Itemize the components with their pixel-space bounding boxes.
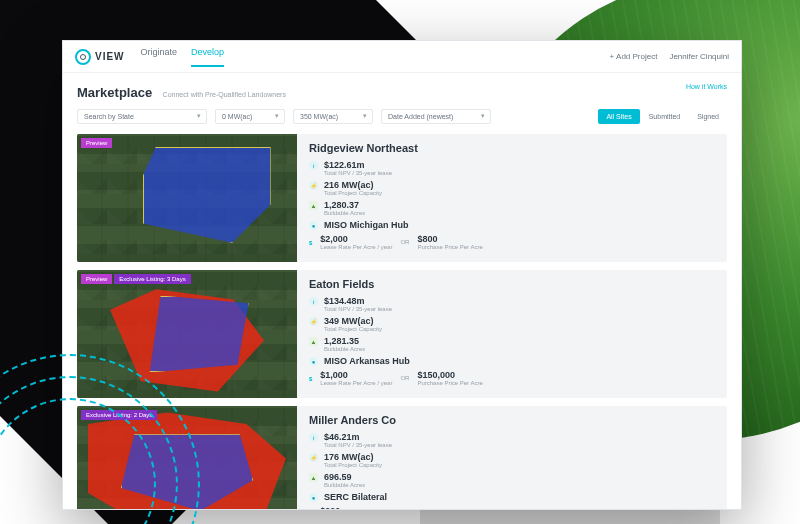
filter-state[interactable]: Search by State	[77, 109, 207, 124]
tab-signed[interactable]: Signed	[689, 109, 727, 124]
header: VIEW Originate Develop + Add Project Jen…	[63, 41, 741, 73]
hub-icon: ●	[309, 493, 318, 502]
main-nav: Originate Develop	[141, 47, 225, 67]
hub-icon: ●	[309, 357, 318, 366]
decorative-rings	[0, 354, 200, 524]
listing-info: Eaton Fields i$134.48mTotal NPV / 35-yea…	[297, 270, 727, 398]
tab-all-sites[interactable]: All Sites	[598, 109, 639, 124]
page-title: Marketplace	[77, 85, 152, 100]
logo[interactable]: VIEW	[75, 49, 125, 65]
listing-title: Eaton Fields	[309, 278, 715, 290]
tab-submitted[interactable]: Submitted	[641, 109, 689, 124]
npv-icon: i	[309, 161, 318, 170]
page-subtitle: Connect with Pre-Qualified Landowners	[163, 91, 286, 98]
add-project-button[interactable]: + Add Project	[610, 52, 658, 61]
filter-bar: Search by State 0 MW(ac) 350 MW(ac) Date…	[77, 109, 727, 124]
filter-mw-max[interactable]: 350 MW(ac)	[293, 109, 373, 124]
listing-card[interactable]: Preview Ridgeview Northeast i$122.61mTot…	[77, 134, 727, 262]
dollar-icon: $	[309, 240, 312, 246]
listing-title: Ridgeview Northeast	[309, 142, 715, 154]
logo-text: VIEW	[95, 51, 125, 62]
how-it-works-link[interactable]: How it Works	[686, 83, 727, 90]
user-menu[interactable]: Jennifer Cinquini	[669, 52, 729, 61]
badge-preview: Preview	[81, 274, 112, 284]
npv-icon: i	[309, 297, 318, 306]
acres-icon: ▲	[309, 201, 318, 210]
capacity-icon: ⚡	[309, 317, 318, 326]
capacity-icon: ⚡	[309, 181, 318, 190]
status-tabs: All Sites Submitted Signed	[598, 109, 727, 124]
badge-exclusive: Exclusive Listing: 3 Days	[114, 274, 190, 284]
filter-sort[interactable]: Date Added (newest)	[381, 109, 491, 124]
hub-icon: ●	[309, 221, 318, 230]
capacity-icon: ⚡	[309, 453, 318, 462]
npv-icon: i	[309, 433, 318, 442]
dollar-icon: $	[309, 376, 312, 382]
listing-info: Ridgeview Northeast i$122.61mTotal NPV /…	[297, 134, 727, 262]
nav-develop[interactable]: Develop	[191, 47, 224, 67]
badge-preview: Preview	[81, 138, 112, 148]
listing-title: Miller Anders Co	[309, 414, 715, 426]
filter-mw-min[interactable]: 0 MW(ac)	[215, 109, 285, 124]
listing-map: Preview	[77, 134, 297, 262]
acres-icon: ▲	[309, 337, 318, 346]
nav-originate[interactable]: Originate	[141, 47, 178, 67]
listing-info: Miller Anders Co i$46.21mTotal NPV / 35-…	[297, 406, 727, 510]
acres-icon: ▲	[309, 473, 318, 482]
logo-icon	[75, 49, 91, 65]
